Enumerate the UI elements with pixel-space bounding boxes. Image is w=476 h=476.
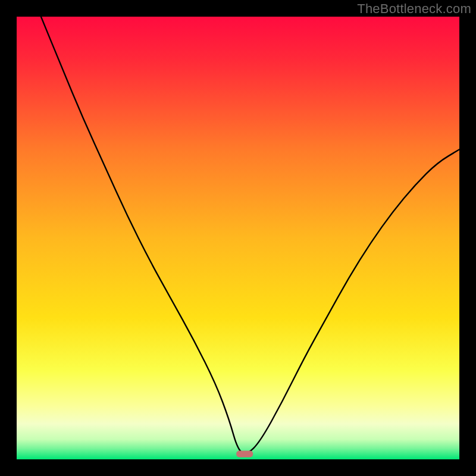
optimum-marker bbox=[236, 451, 253, 458]
chart-frame: TheBottleneck.com bbox=[0, 0, 476, 476]
bottleneck-plot bbox=[17, 17, 459, 459]
plot-background bbox=[17, 17, 459, 459]
watermark-text: TheBottleneck.com bbox=[357, 1, 471, 17]
